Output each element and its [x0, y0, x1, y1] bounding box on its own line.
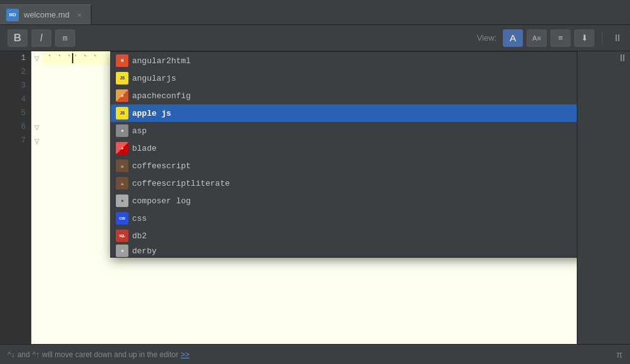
tab-bar: MD welcome.md ×: [0, 0, 630, 25]
item-name-derby: derby: [132, 246, 577, 256]
autocomplete-item-angularjs[interactable]: JS angularjs AngularJS: [111, 69, 577, 87]
status-bar: ^↓ and ^↑ will move caret down and up in…: [0, 344, 630, 364]
toolbar: B I m View: A A≡ ≡ ⬇ ⏸: [0, 25, 630, 51]
line-number-3: 3: [0, 79, 31, 93]
pi-symbol: π: [616, 350, 622, 360]
autocomplete-item-apacheconfig[interactable]: ◆ apacheconfig ApacheConfig: [111, 87, 577, 104]
item-name-css: css: [132, 214, 577, 223]
tab-close-button[interactable]: ×: [75, 10, 85, 20]
line-number-4: 4: [0, 93, 31, 106]
line-number-7: 7: [0, 134, 31, 148]
autocomplete-item-applejs[interactable]: JS apple js Apple JS: [111, 104, 577, 122]
editor-content[interactable]: ` ` ` ` ` ` H angular2html Angular2HTML …: [43, 51, 577, 344]
item-name-db2: db2: [132, 231, 577, 241]
item-name-apacheconfig: apacheconfig: [132, 91, 577, 101]
item-name-angular2html: angular2html: [132, 56, 577, 66]
item-icon-composerlog: ◈: [116, 195, 128, 207]
autocomplete-item-derby[interactable]: ◈ derby Derby: [111, 245, 577, 257]
item-name-applejs: apple js: [132, 109, 577, 118]
view-btn-down[interactable]: ⬇: [574, 29, 594, 47]
autocomplete-item-coffeescriptliterate[interactable]: ☕ coffeescriptliterate CoffeeScriptLiter…: [111, 174, 577, 192]
autocomplete-dropdown: H angular2html Angular2HTML JS angularjs…: [110, 51, 577, 258]
item-name-coffeescriptliterate: coffeescriptliterate: [132, 179, 577, 188]
view-btn-font[interactable]: A: [503, 29, 523, 47]
fold-marker-6[interactable]: ▽: [31, 120, 43, 134]
autocomplete-item-composerlog[interactable]: ◈ composer log Composer Log: [111, 192, 577, 210]
view-btn-list[interactable]: ≡: [550, 29, 571, 47]
pause-icon: ⏸: [612, 33, 622, 44]
item-name-angularjs: angularjs: [132, 74, 577, 83]
right-panel-icon: ⏸: [617, 53, 627, 64]
status-caret-up: ^↑: [33, 350, 40, 359]
item-name-composerlog: composer log: [132, 196, 577, 206]
italic-button[interactable]: I: [31, 29, 51, 47]
autocomplete-item-angular2html[interactable]: H angular2html Angular2HTML: [111, 52, 577, 69]
view-btn-columns[interactable]: A≡: [527, 29, 547, 47]
view-label: View:: [477, 33, 497, 43]
bold-button[interactable]: B: [8, 29, 28, 47]
autocomplete-item-coffeescript[interactable]: ☕ coffeescript CoffeeScript: [111, 157, 577, 174]
fold-marker-1[interactable]: ▽: [31, 51, 43, 65]
autocomplete-item-blade[interactable]: ◈ blade Blade: [111, 139, 577, 157]
tab-welcome-md[interactable]: MD welcome.md ×: [0, 4, 91, 24]
item-icon-coffeescriptliterate: ☕: [116, 177, 128, 190]
item-icon-angular2html: H: [116, 54, 128, 67]
status-link[interactable]: >>: [181, 350, 190, 359]
line-number-1: 1: [0, 51, 31, 65]
status-caret-down: ^↓: [8, 350, 15, 359]
autocomplete-item-db2[interactable]: SQL db2 DB2: [111, 227, 577, 245]
item-icon-applejs: JS: [116, 107, 128, 119]
item-icon-blade: ◈: [116, 142, 128, 154]
item-icon-db2: SQL: [116, 230, 128, 242]
item-icon-angularjs: JS: [116, 72, 128, 84]
editor-area: 1 2 3 4 5 6 7 ▽ ▽ ▽ ` ` ` ` ` `: [0, 51, 630, 344]
right-panel: ⏸: [577, 51, 630, 344]
mono-button[interactable]: m: [55, 29, 75, 47]
item-icon-asp: ◈: [116, 124, 128, 137]
line-number-2: 2: [0, 65, 31, 79]
toolbar-separator: [602, 31, 602, 45]
item-name-asp: asp: [132, 126, 577, 136]
item-icon-apacheconfig: ◆: [116, 89, 128, 102]
item-icon-coffeescript: ☕: [116, 159, 128, 172]
item-name-coffeescript: coffeescript: [132, 161, 577, 171]
tab-file-icon: MD: [6, 9, 19, 21]
status-and: and: [18, 350, 30, 359]
fold-column: ▽ ▽ ▽: [31, 51, 43, 344]
item-name-blade: blade: [132, 144, 577, 153]
autocomplete-item-asp[interactable]: ◈ asp Asp: [111, 122, 577, 139]
autocomplete-item-css[interactable]: CSS css CSS: [111, 210, 577, 227]
item-icon-derby: ◈: [116, 245, 128, 257]
item-icon-css: CSS: [116, 212, 128, 225]
line-number-5: 5: [0, 106, 31, 120]
line-number-6: 6: [0, 120, 31, 134]
fold-marker-7[interactable]: ▽: [31, 134, 43, 148]
line-numbers: 1 2 3 4 5 6 7: [0, 51, 31, 344]
status-message: will move caret down and up in the edito…: [42, 350, 178, 359]
tab-label: welcome.md: [24, 10, 70, 19]
